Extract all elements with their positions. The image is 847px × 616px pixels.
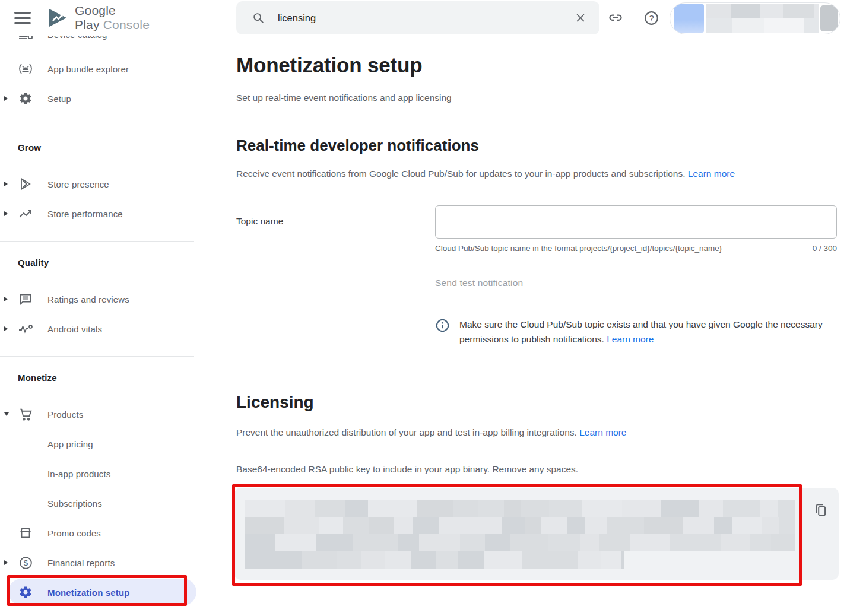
section-label-quality: Quality [0, 255, 194, 269]
learn-more-link[interactable]: Learn more [607, 334, 654, 344]
learn-more-link[interactable]: Learn more [688, 169, 735, 179]
app-header: Google PlayConsole [0, 0, 194, 36]
devices-icon [18, 36, 33, 42]
svg-text:$: $ [23, 558, 28, 567]
sidebar-item-label: Ratings and reviews [47, 294, 129, 304]
sidebar-item-label: Promo codes [47, 528, 101, 538]
sidebar-item-label: Store presence [47, 179, 109, 189]
chevron-right-icon[interactable] [4, 211, 8, 216]
reviews-icon [18, 291, 33, 307]
logo-text-secondary: Console [103, 18, 150, 31]
sidebar-item-label: Monetization setup [47, 588, 130, 598]
topic-helper-text: Cloud Pub/Sub topic name in the format p… [435, 244, 722, 253]
info-note: Make sure the Cloud Pub/Sub topic exists… [435, 317, 823, 347]
divider [0, 241, 194, 242]
sidebar-item-label: Products [47, 409, 83, 420]
licensing-description-text: Prevent the unauthorized distribution of… [236, 427, 577, 437]
gear-icon [18, 585, 33, 600]
sidebar-item-ratings-and-reviews[interactable]: Ratings and reviews [0, 284, 194, 314]
sidebar-item-setup[interactable]: Setup [0, 84, 194, 113]
sidebar-item-label: Setup [47, 94, 71, 104]
sidebar-item-label: Subscriptions [47, 498, 102, 509]
section-label-monetize: Monetize [0, 370, 194, 385]
divider [0, 356, 194, 357]
storefront-icon [18, 525, 33, 541]
sidebar-item-promo-codes[interactable]: Promo codes [0, 518, 194, 548]
app-bundle-icon [18, 61, 33, 77]
section-label-grow: Grow [0, 140, 194, 154]
topic-name-input[interactable] [435, 205, 837, 239]
sidebar: Google PlayConsole Device catalog [0, 0, 194, 616]
chevron-right-icon[interactable] [4, 297, 8, 301]
licensing-heading: Licensing [236, 393, 314, 412]
chevron-right-icon[interactable] [4, 560, 8, 565]
learn-more-link[interactable]: Learn more [579, 427, 626, 437]
copy-icon[interactable] [811, 500, 831, 520]
page-subtitle: Set up real-time event notifications and… [236, 93, 452, 103]
sidebar-item-store-presence[interactable]: Store presence [0, 169, 194, 199]
sidebar-item-label: App pricing [47, 439, 93, 449]
sidebar-item-label: Financial reports [47, 558, 115, 568]
menu-icon[interactable] [14, 12, 31, 24]
chevron-right-icon[interactable] [4, 182, 8, 186]
sidebar-item-subscriptions[interactable]: Subscriptions [0, 488, 194, 518]
notifications-heading: Real-time developer notifications [236, 136, 479, 155]
notifications-description: Receive event notifications from Google … [236, 169, 735, 179]
dollar-icon: $ [18, 555, 33, 570]
sidebar-item-store-performance[interactable]: Store performance [0, 199, 194, 228]
main-content: Monetization setup Set up real-time even… [236, 0, 839, 616]
cart-icon [18, 407, 33, 422]
gear-icon [18, 91, 33, 106]
divider [0, 126, 194, 126]
chevron-right-icon[interactable] [4, 326, 8, 331]
chevron-right-icon[interactable] [4, 96, 8, 101]
divider [236, 119, 838, 119]
redacted-license-key [245, 500, 795, 569]
char-counter: 0 / 300 [813, 244, 837, 253]
sidebar-item-label: Android vitals [47, 324, 102, 334]
sidebar-item-financial-reports[interactable]: $ Financial reports [0, 548, 194, 577]
sidebar-item-device-catalog-clipped[interactable]: Device catalog [0, 36, 194, 54]
page-title: Monetization setup [236, 53, 422, 77]
chevron-down-icon[interactable] [4, 412, 9, 416]
info-icon [435, 318, 450, 347]
sidebar-item-monetization-setup[interactable]: Monetization setup [0, 577, 194, 607]
licensing-description: Prevent the unauthorized distribution of… [236, 427, 626, 438]
trending-up-icon [18, 206, 33, 221]
sidebar-item-android-vitals[interactable]: Android vitals [0, 314, 194, 344]
google-play-console-logo: Google PlayConsole [46, 4, 194, 32]
vitals-icon [18, 321, 33, 336]
sidebar-item-label: App bundle explorer [47, 64, 129, 74]
sidebar-item-label: Device catalog [47, 36, 107, 40]
send-test-notification-button[interactable]: Send test notification [435, 278, 523, 288]
sidebar-item-app-bundle-explorer[interactable]: App bundle explorer [0, 54, 194, 84]
play-logo-icon [46, 8, 69, 28]
topic-name-label: Topic name [236, 216, 283, 227]
sidebar-item-app-pricing[interactable]: App pricing [0, 429, 194, 459]
store-presence-icon [18, 176, 33, 192]
notifications-description-text: Receive event notifications from Google … [236, 169, 686, 179]
sidebar-item-label: In-app products [47, 469, 110, 479]
license-key-caption: Base64-encoded RSA public key to include… [236, 464, 578, 475]
sidebar-item-label: Store performance [47, 209, 123, 219]
license-key-field[interactable] [234, 488, 839, 580]
sidebar-item-in-app-products[interactable]: In-app products [0, 459, 194, 488]
sidebar-item-products[interactable]: Products [0, 399, 194, 429]
